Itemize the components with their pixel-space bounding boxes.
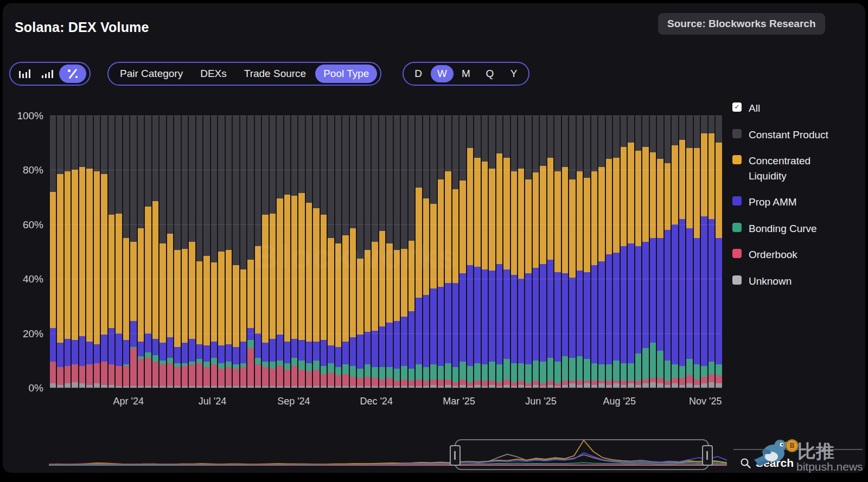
stacked-bar-column[interactable] — [665, 115, 671, 388]
legend-item-prop-amm[interactable]: Prop AMM — [732, 195, 841, 210]
bitpush-url: bitpush.news — [796, 460, 863, 473]
stacked-bar-column[interactable] — [657, 115, 663, 388]
stacked-bar-column[interactable] — [159, 115, 165, 388]
stacked-bar-column[interactable] — [247, 115, 253, 388]
stacked-bar-column[interactable] — [182, 115, 188, 388]
stacked-bar-column[interactable] — [547, 115, 553, 388]
stacked-bar-column[interactable] — [533, 115, 539, 388]
stacked-bar-column[interactable] — [679, 115, 685, 388]
percent-toggle-button[interactable] — [59, 65, 86, 83]
stacked-bar-column[interactable] — [496, 115, 502, 388]
stacked-bar-column[interactable] — [130, 115, 136, 388]
stacked-bar-column[interactable] — [116, 115, 122, 388]
bar-chart-icon[interactable] — [14, 65, 35, 83]
stacked-bar-column[interactable] — [167, 115, 173, 388]
filter-chip-trade-source[interactable]: Trade Source — [236, 65, 314, 83]
stacked-bar-column[interactable] — [226, 115, 232, 388]
stacked-bar-column[interactable] — [562, 115, 568, 388]
legend-label: Orderbook — [749, 247, 797, 262]
stacked-bar-column[interactable] — [57, 115, 63, 388]
stacked-bar-column[interactable] — [152, 115, 158, 388]
stacked-bar-column[interactable] — [189, 115, 195, 388]
granularity-q[interactable]: Q — [478, 65, 501, 82]
granularity-m[interactable]: M — [455, 65, 477, 82]
legend-swatch — [732, 196, 742, 205]
stacked-bar-column[interactable] — [86, 115, 92, 388]
legend-item-orderbook[interactable]: Orderbook — [732, 247, 841, 262]
granularity-group: DWMQY — [403, 62, 529, 86]
stacked-bar-column[interactable] — [72, 115, 78, 388]
granularity-d[interactable]: D — [407, 65, 430, 82]
stacked-bar-column[interactable] — [145, 115, 151, 388]
stacked-bar-column[interactable] — [50, 115, 56, 388]
stacked-bar-column[interactable] — [628, 115, 634, 388]
stacked-bar-column[interactable] — [108, 115, 114, 388]
stacked-bar-column[interactable] — [598, 115, 604, 388]
search-icon[interactable] — [740, 458, 751, 468]
stacked-bar-column[interactable] — [672, 115, 678, 388]
stacked-bar-column[interactable] — [123, 115, 129, 388]
stacked-bar-column[interactable] — [642, 115, 648, 388]
stacked-bar-column[interactable] — [606, 115, 612, 388]
stacked-bar-column[interactable] — [94, 115, 100, 388]
legend-swatch — [732, 249, 742, 258]
legend-item-unknown[interactable]: Unknown — [732, 274, 841, 289]
brush-left-handle[interactable] — [450, 445, 461, 466]
filter-chip-pool-type[interactable]: Pool Type — [315, 65, 377, 83]
legend-item-all[interactable]: ✓All — [732, 101, 841, 116]
stacked-bar-column[interactable] — [569, 115, 575, 388]
stacked-bar-column[interactable] — [503, 115, 509, 388]
stacked-bar-column[interactable] — [233, 115, 239, 388]
stacked-bar-column[interactable] — [591, 115, 597, 388]
stacked-bar-column[interactable] — [621, 115, 627, 388]
stacked-bar-column[interactable] — [467, 115, 473, 388]
stacked-bar-column[interactable] — [716, 115, 722, 388]
stacked-bar-column[interactable] — [459, 115, 465, 388]
stacked-bar-column[interactable] — [474, 115, 480, 388]
legend: ✓AllConstant ProductConcentrated Liquidi… — [732, 101, 841, 288]
ascending-bars-icon[interactable] — [36, 65, 58, 83]
legend-item-concentrated-liquidity[interactable]: Concentrated Liquidity — [732, 153, 841, 183]
stacked-bar-column[interactable] — [577, 115, 583, 388]
stacked-bar-column[interactable] — [138, 115, 144, 388]
filter-chip-dexs[interactable]: DEXs — [192, 65, 235, 83]
percent-icon — [67, 68, 78, 79]
stacked-bar-column[interactable] — [511, 115, 517, 388]
stacked-bar-column[interactable] — [686, 115, 692, 388]
stacked-bar-column[interactable] — [540, 115, 546, 388]
stacked-bar-column[interactable] — [65, 115, 71, 388]
stacked-bar-column[interactable] — [518, 115, 524, 388]
filter-chip-pair-category[interactable]: Pair Category — [112, 65, 191, 83]
granularity-y[interactable]: Y — [502, 65, 525, 82]
navigator-brush-window[interactable] — [455, 439, 709, 470]
y-tick-label: 80% — [14, 164, 43, 176]
stacked-bar-column[interactable] — [554, 115, 560, 388]
stacked-bar-column[interactable] — [482, 115, 488, 388]
stacked-bar-column[interactable] — [218, 115, 224, 388]
stacked-bar-column[interactable] — [240, 115, 246, 388]
stacked-bar-column[interactable] — [525, 115, 531, 388]
stacked-bar-column[interactable] — [635, 115, 641, 388]
granularity-w[interactable]: W — [431, 65, 454, 82]
stacked-bar-column[interactable] — [79, 115, 85, 388]
stacked-bar-column[interactable] — [613, 115, 619, 388]
legend-item-bonding-curve[interactable]: Bonding Curve — [732, 221, 841, 236]
stacked-bar-column[interactable] — [701, 115, 707, 388]
stacked-bar-column[interactable] — [203, 115, 209, 388]
bitcoin-coin-icon: B — [786, 439, 799, 452]
stacked-bar-column[interactable] — [489, 115, 495, 388]
stacked-bar-column[interactable] — [650, 115, 656, 388]
stacked-bar-column[interactable] — [694, 115, 700, 388]
x-tick-label: Aug '25 — [603, 396, 636, 407]
stacked-bar-column[interactable] — [211, 115, 217, 388]
stacked-bar-column[interactable] — [174, 115, 180, 388]
stacked-bar-column[interactable] — [101, 115, 107, 388]
stacked-bar-column[interactable] — [709, 115, 714, 388]
legend-item-constant-product[interactable]: Constant Product — [732, 127, 841, 143]
brush-right-handle[interactable] — [702, 445, 713, 466]
y-tick-label: 60% — [14, 219, 43, 231]
stacked-bar-column[interactable] — [584, 115, 590, 388]
legend-swatch — [732, 223, 742, 232]
stacked-bar-column[interactable] — [196, 115, 202, 388]
legend-label: Bonding Curve — [749, 221, 817, 236]
